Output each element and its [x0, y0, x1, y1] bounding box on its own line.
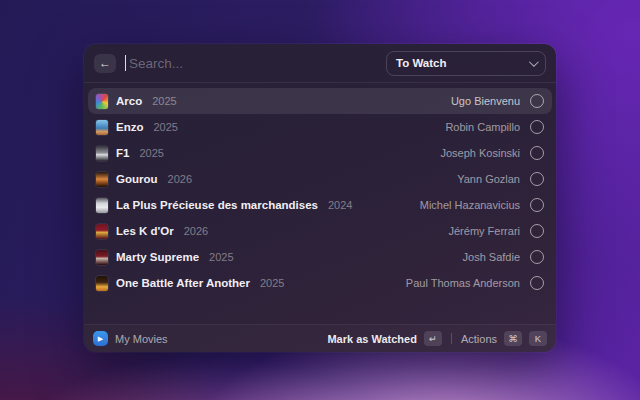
text-cursor: [125, 55, 126, 71]
movie-director: Robin Campillo: [445, 121, 520, 133]
movie-poster-thumbnail: [96, 172, 108, 187]
command-key-icon[interactable]: ⌘: [504, 331, 522, 346]
watch-status-circle-icon: [530, 172, 544, 186]
movie-row[interactable]: Gourou 2026 Yann Gozlan: [88, 166, 552, 192]
back-button[interactable]: ←: [94, 54, 116, 73]
filter-dropdown-value: To Watch: [396, 57, 523, 69]
watch-status-circle-icon: [530, 198, 544, 212]
watch-status-circle-icon: [530, 224, 544, 238]
chevron-down-icon: [529, 57, 539, 67]
movie-row[interactable]: Marty Supreme 2025 Josh Safdie: [88, 244, 552, 270]
movie-title: Gourou: [116, 173, 158, 185]
movie-director: Josh Safdie: [463, 251, 520, 263]
movie-year: 2026: [184, 225, 208, 237]
search-input[interactable]: [129, 56, 377, 71]
movie-poster-thumbnail: [96, 250, 108, 265]
movie-row[interactable]: Arco 2025 Ugo Bienvenu: [88, 88, 552, 114]
watch-status-circle-icon: [530, 276, 544, 290]
movie-year: 2025: [209, 251, 233, 263]
movie-poster-thumbnail: [96, 276, 108, 291]
movie-year: 2025: [153, 121, 177, 133]
movie-year: 2026: [168, 173, 192, 185]
watch-status-circle-icon: [530, 94, 544, 108]
movie-row[interactable]: La Plus Précieuse des marchandises 2024 …: [88, 192, 552, 218]
my-movies-app-icon: ▶: [93, 331, 108, 346]
movie-year: 2024: [328, 199, 352, 211]
movie-row[interactable]: Enzo 2025 Robin Campillo: [88, 114, 552, 140]
movie-year: 2025: [152, 95, 176, 107]
movie-poster-thumbnail: [96, 94, 108, 109]
search-topbar: ← To Watch: [84, 44, 556, 82]
movie-title: One Battle After Another: [116, 277, 250, 289]
primary-action-label[interactable]: Mark as Watched: [327, 333, 416, 345]
movie-title: Enzo: [116, 121, 143, 133]
movie-poster-thumbnail: [96, 146, 108, 161]
watch-status-circle-icon: [530, 250, 544, 264]
movie-director: Joseph Kosinski: [441, 147, 521, 159]
app-name-label: My Movies: [115, 333, 168, 345]
movie-title: F1: [116, 147, 129, 159]
movie-row[interactable]: Les K d'Or 2026 Jérémy Ferrari: [88, 218, 552, 244]
movie-title: Les K d'Or: [116, 225, 174, 237]
movie-list: Arco 2025 Ugo Bienvenu Enzo 2025 Robin C…: [84, 83, 556, 324]
movie-title: La Plus Précieuse des marchandises: [116, 199, 318, 211]
movie-year: 2025: [139, 147, 163, 159]
play-icon: ▶: [98, 335, 103, 343]
k-key-icon[interactable]: K: [529, 331, 547, 346]
footer-bar: ▶ My Movies Mark as Watched ↵ Actions ⌘ …: [84, 325, 556, 352]
movie-title: Marty Supreme: [116, 251, 199, 263]
movie-year: 2025: [260, 277, 284, 289]
footer-vertical-divider: [451, 333, 452, 344]
movie-row[interactable]: F1 2025 Joseph Kosinski: [88, 140, 552, 166]
movie-title: Arco: [116, 95, 142, 107]
movie-poster-thumbnail: [96, 120, 108, 135]
movie-poster-thumbnail: [96, 198, 108, 213]
movie-director: Michel Hazanavicius: [420, 199, 520, 211]
movie-director: Ugo Bienvenu: [451, 95, 520, 107]
movie-director: Paul Thomas Anderson: [406, 277, 520, 289]
raycast-command-window: ← To Watch Arco 2025 Ugo Bienvenu Enzo 2…: [84, 44, 556, 352]
search-field-wrap: [125, 55, 377, 71]
movie-director: Jérémy Ferrari: [448, 225, 520, 237]
actions-button[interactable]: Actions: [461, 333, 497, 345]
return-key-icon[interactable]: ↵: [424, 331, 442, 346]
watch-status-circle-icon: [530, 146, 544, 160]
movie-director: Yann Gozlan: [457, 173, 520, 185]
movie-poster-thumbnail: [96, 224, 108, 239]
movie-row[interactable]: One Battle After Another 2025 Paul Thoma…: [88, 270, 552, 296]
back-arrow-icon: ←: [99, 56, 111, 70]
filter-dropdown[interactable]: To Watch: [386, 51, 546, 76]
watch-status-circle-icon: [530, 120, 544, 134]
